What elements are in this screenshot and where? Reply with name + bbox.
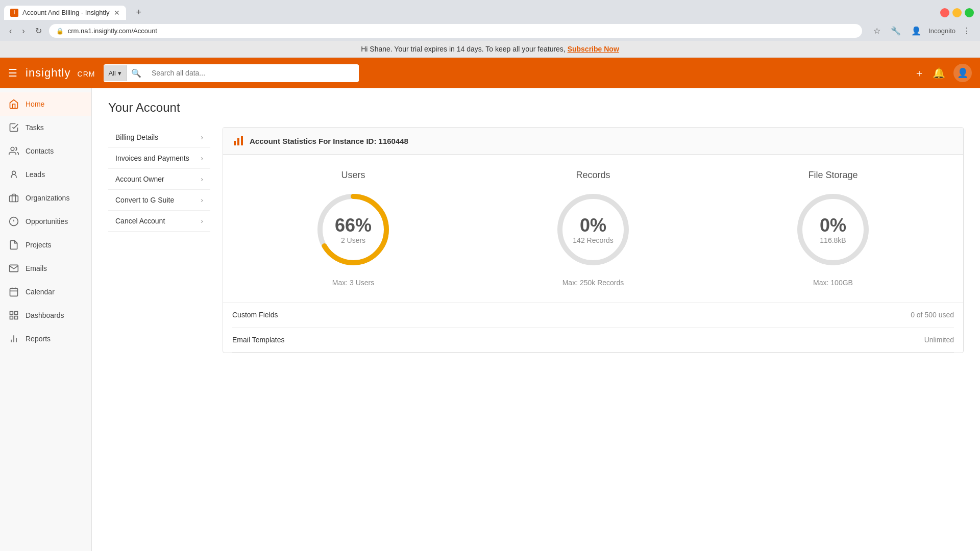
lock-icon: 🔒 (56, 28, 64, 35)
app-header: ☰ insightly CRM All ▾ 🔍 ＋ 🔔 👤 (0, 58, 980, 88)
users-percent: 66% (335, 215, 372, 236)
records-inner: 0% 142 Records (573, 215, 613, 244)
browser-nav: ‹ › ↻ 🔒 crm.na1.insightly.com/Account ☆ … (0, 21, 980, 41)
billing-details-label: Billing Details (115, 133, 158, 141)
calendar-icon (8, 286, 19, 297)
browser-tab[interactable]: i Account And Billing - Insightly ✕ (4, 6, 126, 20)
trial-text: Hi Shane. Your trial expires in 14 days.… (361, 45, 567, 53)
sidebar-item-leads[interactable]: Leads (0, 163, 91, 186)
search-icon: 🔍 (127, 64, 145, 82)
contacts-icon (8, 145, 19, 157)
search-input[interactable] (145, 65, 359, 81)
records-percent: 0% (573, 215, 613, 236)
sidebar-item-dashboards[interactable]: Dashboards (0, 304, 91, 327)
file-storage-inner: 0% 116.8kB (820, 215, 846, 244)
gsuite-chevron: › (201, 196, 203, 204)
stat-item-records: Records 0% 142 Records Max: 250k (473, 170, 713, 287)
custom-fields-label: Custom Fields (232, 311, 278, 319)
file-storage-max: Max: 100GB (813, 279, 853, 287)
menu-item-invoices[interactable]: Invoices and Payments › (108, 148, 210, 169)
search-all-dropdown[interactable]: All ▾ (104, 65, 127, 81)
users-max: Max: 3 Users (332, 279, 374, 287)
sidebar-item-reports[interactable]: Reports (0, 327, 91, 350)
sidebar-item-opportunities[interactable]: Opportunities (0, 210, 91, 233)
sidebar-label-organizations: Organizations (26, 194, 69, 202)
sidebar-item-calendar[interactable]: Calendar (0, 280, 91, 304)
sidebar-label-leads: Leads (26, 170, 45, 179)
cancel-account-chevron: › (201, 217, 203, 225)
sidebar-item-contacts[interactable]: Contacts (0, 139, 91, 163)
sidebar-label-emails: Emails (26, 264, 47, 272)
svg-rect-6 (10, 288, 18, 296)
address-bar[interactable]: 🔒 crm.na1.insightly.com/Account (49, 24, 863, 38)
forward-button[interactable]: › (19, 24, 28, 38)
new-tab-button[interactable]: + (126, 4, 152, 21)
new-tab-icon: + (132, 7, 146, 18)
file-storage-title: File Storage (808, 170, 857, 181)
gsuite-label: Convert to G Suite (115, 196, 174, 204)
custom-fields-value: 0 of 500 used (911, 311, 954, 319)
sidebar-item-projects[interactable]: Projects (0, 233, 91, 257)
incognito-label: Incognito (928, 27, 955, 35)
tab-title: Account And Billing - Insightly (22, 9, 110, 16)
profile-button[interactable]: 👤 (908, 24, 924, 38)
window-maximize-button[interactable] (965, 8, 974, 17)
users-circle: 66% 2 Users (312, 189, 394, 270)
search-bar: All ▾ 🔍 (104, 64, 359, 82)
records-value: 142 Records (573, 236, 613, 244)
window-close-button[interactable] (940, 8, 949, 17)
svg-rect-13 (10, 316, 13, 319)
invoices-label: Invoices and Payments (115, 154, 189, 162)
window-minimize-button[interactable] (952, 8, 962, 17)
chart-icon (232, 135, 244, 147)
fields-table: Custom Fields 0 of 500 used Email Templa… (223, 303, 963, 353)
sidebar-item-emails[interactable]: Emails (0, 257, 91, 280)
cancel-account-label: Cancel Account (115, 217, 165, 225)
crm-label: CRM (78, 70, 95, 78)
account-owner-chevron: › (201, 175, 203, 183)
extensions-button[interactable]: 🔧 (888, 24, 904, 38)
menu-item-billing-details[interactable]: Billing Details › (108, 127, 210, 148)
records-max: Max: 250k Records (562, 279, 624, 287)
user-avatar[interactable]: 👤 (953, 64, 972, 82)
tasks-icon (8, 122, 19, 133)
menu-item-cancel-account[interactable]: Cancel Account › (108, 211, 210, 232)
leads-icon (8, 169, 19, 180)
svg-rect-17 (234, 141, 236, 145)
stat-item-users: Users 66% 2 Users (233, 170, 473, 287)
back-button[interactable]: ‹ (6, 24, 15, 38)
svg-rect-11 (15, 312, 18, 315)
sidebar-label-reports: Reports (26, 335, 51, 343)
svg-rect-2 (10, 196, 18, 202)
file-storage-value: 116.8kB (820, 236, 846, 244)
tab-favicon: i (10, 9, 18, 17)
reports-icon (8, 333, 19, 344)
home-icon (8, 98, 19, 110)
sidebar-label-tasks: Tasks (26, 123, 44, 132)
menu-item-gsuite[interactable]: Convert to G Suite › (108, 190, 210, 211)
subscribe-now-link[interactable]: Subscribe Now (568, 45, 619, 53)
trial-banner: Hi Shane. Your trial expires in 14 days.… (0, 41, 980, 58)
users-title: Users (341, 170, 365, 181)
notifications-button[interactable]: 🔔 (933, 67, 945, 79)
email-templates-row: Email Templates Unlimited (232, 328, 954, 353)
close-tab-button[interactable]: ✕ (114, 9, 120, 17)
hamburger-menu[interactable]: ☰ (8, 67, 17, 79)
account-layout: Billing Details › Invoices and Payments … (108, 127, 964, 353)
organizations-icon (8, 192, 19, 204)
sidebar-item-home[interactable]: Home (0, 92, 91, 116)
sidebar-label-projects: Projects (26, 241, 52, 249)
account-menu: Billing Details › Invoices and Payments … (108, 127, 210, 353)
sidebar-item-tasks[interactable]: Tasks (0, 116, 91, 139)
add-button[interactable]: ＋ (914, 66, 924, 80)
menu-button[interactable]: ⋮ (960, 24, 974, 38)
reload-button[interactable]: ↻ (32, 24, 45, 38)
main-content: Your Account Billing Details › Invoices … (92, 88, 980, 551)
app-logo: insightly CRM (26, 66, 95, 80)
bookmark-button[interactable]: ☆ (870, 24, 884, 38)
svg-rect-19 (241, 136, 243, 145)
email-templates-value: Unlimited (924, 336, 954, 344)
file-storage-circle: 0% 116.8kB (792, 189, 874, 270)
sidebar-item-organizations[interactable]: Organizations (0, 186, 91, 210)
menu-item-account-owner[interactable]: Account Owner › (108, 169, 210, 190)
